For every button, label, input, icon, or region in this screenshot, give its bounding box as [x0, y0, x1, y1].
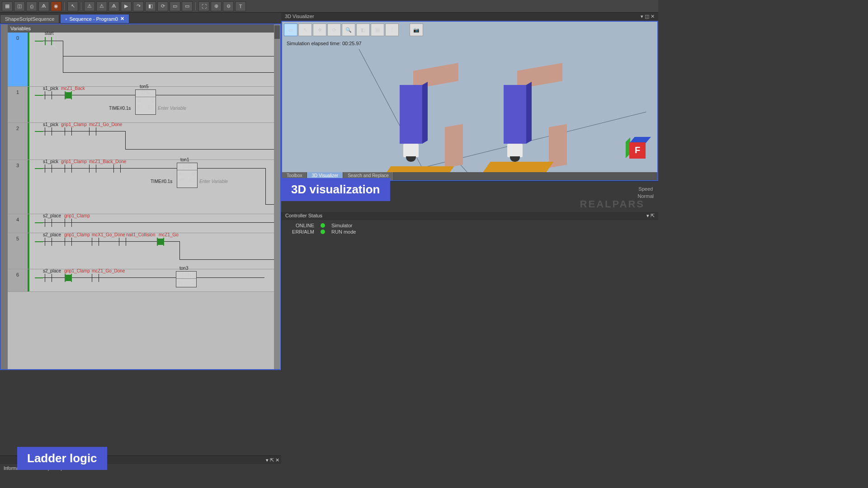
- viz-tool-camera[interactable]: 📷: [410, 23, 423, 36]
- fbox-ton1[interactable]: TON InQ PTET: [177, 163, 198, 188]
- tool-btn-3[interactable]: ⎙: [26, 1, 37, 11]
- rung-3[interactable]: 3 s1_pick grip1_Clamp mcZ1_Back_Done: [8, 160, 280, 214]
- rung-2[interactable]: 2 s1_pick grip1_Clamp mcZ1_Go_Done: [8, 123, 280, 160]
- lbl: grip1_Clamp: [61, 159, 87, 164]
- contact[interactable]: [117, 238, 128, 246]
- tool-btn-9[interactable]: ↷: [133, 1, 144, 11]
- contact[interactable]: [155, 238, 166, 246]
- contact-s1pick[interactable]: [43, 91, 54, 99]
- tool-btn-14[interactable]: T: [235, 1, 246, 11]
- contact[interactable]: [63, 164, 74, 173]
- rung-5[interactable]: 5 s2_place grip1_Clamp mcX1_Go_Done nail…: [8, 233, 280, 269]
- status-online-label: ONLINE: [287, 223, 314, 228]
- status-online-dot: [321, 223, 325, 228]
- fbox-ton5[interactable]: TON InQ PTET: [135, 89, 156, 115]
- speed-label: Speed: [638, 186, 654, 192]
- viz-tool-rotate[interactable]: ⟳: [327, 23, 341, 36]
- lbl: s2_place: [43, 268, 61, 273]
- brand-logo: REALPARS: [580, 198, 645, 210]
- status-controls[interactable]: ▾ ⇱: [646, 213, 655, 219]
- rung-0[interactable]: 0 start ↖: [8, 33, 280, 87]
- lbl: grip1_Clamp: [61, 122, 87, 127]
- contact[interactable]: [63, 238, 74, 246]
- contact[interactable]: [87, 164, 98, 173]
- viz-tool-move[interactable]: ✥: [313, 23, 326, 36]
- rung-num-1: 1: [8, 87, 28, 122]
- viz-tool-zoom[interactable]: 🔍: [342, 23, 355, 36]
- playback-panel: 3D visualization Speed Normal REALPARS: [281, 181, 658, 212]
- tool-zoom-out[interactable]: ⊖: [223, 1, 234, 11]
- tool-btn-4[interactable]: Ѧ: [38, 1, 49, 11]
- tool-zoom-in[interactable]: ⊕: [211, 1, 222, 11]
- tab-sequence[interactable]: ▫ Sequence - Program0 ✕: [60, 14, 129, 23]
- rung-1[interactable]: 1 s1_pick mcZ1_Back ton5 T: [8, 87, 280, 123]
- lbl: s1_pick: [43, 122, 58, 127]
- contact[interactable]: [90, 238, 101, 246]
- tool-warn-2[interactable]: ⚠: [96, 1, 107, 11]
- lbl: grip1_Clamp: [64, 268, 90, 273]
- tool-btn-13[interactable]: ▭: [182, 1, 193, 11]
- lbl: grip1_Clamp: [64, 213, 90, 218]
- rung-num-0: 0: [8, 33, 28, 86]
- viz-tool-pointer[interactable]: ↖: [298, 23, 312, 36]
- rung-6[interactable]: 6 s2_place grip1_Clamp mcZ1_Go_Done: [8, 269, 280, 292]
- tab-close-icon[interactable]: ✕: [120, 16, 124, 22]
- fbox-ton3[interactable]: TON InQ: [176, 271, 197, 287]
- tool-warn-1[interactable]: ⚠: [84, 1, 95, 11]
- contact[interactable]: [87, 127, 98, 136]
- contact[interactable]: [43, 238, 54, 246]
- contact[interactable]: [63, 219, 74, 227]
- et-placeholder[interactable]: Enter Variable: [158, 106, 186, 111]
- ph[interactable]: Enter Variable: [199, 179, 228, 184]
- label-s1pick: s1_pick: [43, 86, 58, 91]
- rung-4[interactable]: 4 s2_place grip1_Clamp: [8, 214, 280, 233]
- viz-tool-list[interactable]: ▤: [371, 23, 384, 36]
- fbox-name-ton5: ton5: [140, 84, 148, 89]
- ladder-scrollbar[interactable]: [274, 24, 280, 369]
- lbl: grip1_Clamp: [64, 232, 90, 237]
- viz-title-bar: 3D Visualizer ▾ ◫ ✕: [281, 13, 658, 21]
- contact[interactable]: [43, 274, 54, 282]
- viz-tool-dots[interactable]: ⋮: [385, 23, 399, 36]
- lbl: s2_place: [43, 232, 61, 237]
- tool-crop[interactable]: ⛶: [198, 1, 209, 11]
- contact-start-label: start: [45, 31, 53, 36]
- tool-btn-7[interactable]: Ѧ: [108, 1, 119, 11]
- tool-btn-2[interactable]: ◫: [14, 1, 25, 11]
- tab-doc-icon: ▫: [65, 16, 67, 22]
- contact[interactable]: [90, 274, 101, 282]
- status-err-value: RUN mode: [331, 229, 356, 235]
- viz-tool-box[interactable]: ◧: [356, 23, 370, 36]
- rung-num-3: 3: [8, 160, 28, 214]
- contact[interactable]: [63, 127, 74, 136]
- tool-btn-11[interactable]: ⟳: [157, 1, 168, 11]
- rung-num-2: 2: [8, 123, 28, 160]
- contact[interactable]: [43, 164, 54, 173]
- status-err-dot: [321, 230, 325, 234]
- viz-3d-viewport[interactable]: ▭ ↖ ✥ ⟳ 🔍 ◧ ▤ ⋮ 📷 Simulation elapsed tim…: [281, 21, 658, 181]
- contact[interactable]: [63, 274, 74, 282]
- status-header: Controller Status ▾ ⇱: [282, 212, 658, 220]
- viz-tool-select[interactable]: ▭: [284, 23, 297, 36]
- tool-btn-6[interactable]: ↖: [67, 1, 78, 11]
- contact[interactable]: [112, 164, 123, 173]
- tool-btn-8[interactable]: ▶: [121, 1, 132, 11]
- viz-window-controls[interactable]: ▾ ◫ ✕: [641, 14, 655, 20]
- tool-btn-1[interactable]: ▦: [2, 1, 13, 11]
- view-cube[interactable]: F: [626, 137, 648, 162]
- tool-btn-12[interactable]: ▭: [170, 1, 180, 11]
- lbl: mcZ1_Go_Done: [89, 122, 122, 127]
- pt-value: TIME#0.1s: [109, 106, 131, 111]
- tab-shapescript[interactable]: ShapeScriptSequence: [0, 14, 59, 23]
- lbl: mcZ1_Go: [159, 232, 179, 237]
- status-online-value: Simulator: [331, 223, 352, 228]
- tool-btn-10[interactable]: ◧: [145, 1, 156, 11]
- contact-mcz1back[interactable]: [63, 91, 74, 99]
- lbl: mcZ1_Back_Done: [89, 159, 126, 164]
- viz-toolbar: ▭ ↖ ✥ ⟳ 🔍 ◧ ▤ ⋮ 📷: [284, 23, 423, 36]
- ladder-editor: Variables 0 start: [0, 23, 281, 370]
- contact[interactable]: [43, 127, 54, 136]
- callout-3d: 3D visualization: [281, 178, 390, 201]
- contact[interactable]: [43, 219, 54, 227]
- tool-btn-5[interactable]: ◉: [51, 1, 61, 11]
